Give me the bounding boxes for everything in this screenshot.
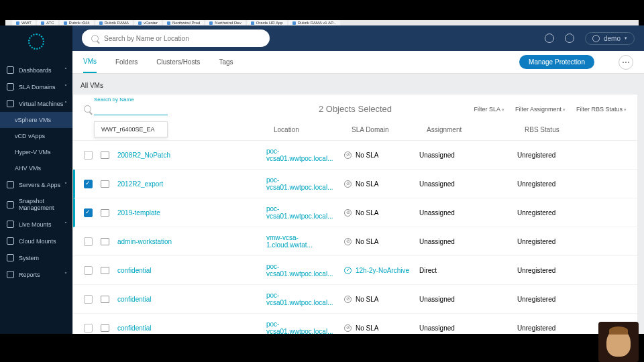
rbs-value: Unregistered: [517, 180, 627, 188]
tab-vms[interactable]: VMs: [83, 51, 97, 73]
row-checkbox[interactable]: [84, 180, 93, 188]
sla-value: No SLA: [356, 238, 378, 245]
row-checkbox[interactable]: [84, 324, 93, 333]
row-checkbox[interactable]: [84, 151, 93, 160]
browser-tab[interactable]: vCenter: [134, 20, 162, 25]
vm-name-link[interactable]: admin-workstation: [117, 238, 172, 245]
nav-icon: [7, 221, 14, 228]
name-search: Search by Name WWT_r6400SE_EA: [94, 103, 168, 115]
table-row: 2008R2_NoPatchpoc-vcsa01.wwtpoc.local...…: [73, 141, 637, 170]
nav-sub-ahv-vms[interactable]: AHV VMs: [0, 160, 72, 176]
sla-status-icon: ⊘: [344, 238, 352, 245]
row-checkbox[interactable]: [84, 208, 93, 217]
row-checkbox[interactable]: [84, 237, 93, 246]
table-row: confidentialpoc-vcsa01.wwtpoc.local...✓1…: [73, 256, 637, 285]
browser-tab[interactable]: WWT: [12, 20, 36, 25]
location-link[interactable]: poc-vcsa01.wwtpoc.local...: [266, 263, 333, 278]
vm-icon: [101, 180, 109, 188]
topbar: demo ▾: [72, 25, 644, 51]
browser-tab[interactable]: Northwind Dev: [205, 20, 245, 25]
nav-icon: [7, 83, 14, 90]
rbs-value: Unregistered: [517, 209, 627, 217]
sla-value: No SLA: [356, 152, 378, 159]
chevron-down-icon: ˅: [64, 67, 67, 73]
assignment-value: Unassigned: [419, 238, 517, 245]
nav-dashboards[interactable]: Dashboards˅: [0, 62, 72, 78]
assignment-value: Unassigned: [419, 152, 517, 159]
vm-table: Location SLA Domain Assignment RBS Statu…: [73, 119, 637, 334]
location-link[interactable]: poc-vcsa01.wwtpoc.local...: [266, 176, 333, 191]
vm-name-link[interactable]: 2008R2_NoPatch: [117, 152, 170, 159]
section-title: All VMs: [72, 80, 637, 95]
user-icon: [592, 35, 600, 42]
browser-tab[interactable]: Rubrik RAMA v1 AP...: [288, 20, 341, 25]
nav-cloud-mounts[interactable]: Cloud Mounts: [0, 233, 72, 249]
location-link[interactable]: poc-vcsa01.wwtpoc.local...: [266, 292, 333, 306]
chevron-up-icon: ˄: [64, 101, 67, 107]
browser-tab[interactable]: Oracle HR App: [247, 20, 287, 25]
sla-status-icon: ✓: [344, 267, 352, 274]
name-search-input[interactable]: [94, 105, 168, 115]
tab-tags[interactable]: Tags: [219, 52, 233, 72]
browser-tab[interactable]: Northwind Prod: [163, 20, 204, 25]
user-menu[interactable]: demo ▾: [585, 32, 635, 45]
filter-filter-sla[interactable]: Filter SLA: [474, 106, 504, 113]
tab-clustershosts[interactable]: Clusters/Hosts: [156, 52, 200, 72]
vm-name-link[interactable]: 2012R2_export: [117, 180, 163, 188]
location-link[interactable]: vmw-vcsa-1.cloud.wwtat...: [266, 234, 313, 249]
assignment-value: Unassigned: [419, 296, 517, 303]
col-assignment: Assignment: [427, 126, 525, 135]
vm-card: Search by Name WWT_r6400SE_EA 2 Objects …: [72, 95, 637, 334]
globe-icon[interactable]: [545, 34, 554, 43]
nav-servers-&-apps[interactable]: Servers & Apps˅: [0, 176, 72, 193]
vm-name-link[interactable]: confidential: [117, 324, 152, 332]
location-link[interactable]: poc-vcsa01.wwtpoc.local...: [266, 147, 333, 162]
nav-virtual-machines[interactable]: Virtual Machines˄: [0, 95, 72, 112]
nav-sub-vsphere-vms[interactable]: vSphere VMs: [0, 112, 72, 128]
nav-sla-domains[interactable]: SLA Domains˅: [0, 78, 72, 95]
sla-value: No SLA: [356, 209, 378, 217]
nav-reports[interactable]: Reports˅: [0, 266, 72, 283]
nav-live-mounts[interactable]: Live Mounts˅: [0, 216, 72, 233]
nav-icon: [7, 100, 14, 107]
more-button[interactable]: ⋯: [619, 55, 633, 70]
assignment-value: Unassigned: [419, 180, 517, 188]
rbs-value: Unregistered: [517, 267, 627, 274]
search-icon: [91, 35, 99, 42]
gear-icon[interactable]: [565, 34, 574, 43]
global-search-input[interactable]: [104, 35, 260, 42]
browser-tab[interactable]: ATC: [37, 20, 58, 25]
tab-folders[interactable]: Folders: [115, 52, 138, 72]
tabs-row: VMsFoldersClusters/HostsTagsManage Prote…: [72, 51, 644, 74]
table-row: confidentialpoc-vcsa01.wwtpoc.local...⊘N…: [73, 314, 637, 334]
table-row: confidentialpoc-vcsa01.wwtpoc.local...⊘N…: [73, 285, 637, 314]
assignment-value: Direct: [419, 267, 517, 274]
location-link[interactable]: poc-vcsa01.wwtpoc.local...: [266, 320, 333, 334]
filter-filter-rbs-status[interactable]: Filter RBS Status: [576, 106, 627, 113]
global-search[interactable]: [82, 29, 270, 47]
autocomplete-item[interactable]: WWT_r6400SE_EA: [94, 121, 168, 137]
sla-value[interactable]: 12h-2y-NoArchive: [356, 267, 409, 274]
browser-tab[interactable]: Rubrik r344: [60, 20, 94, 25]
nav-system[interactable]: System: [0, 249, 72, 266]
sla-value: No SLA: [356, 296, 378, 303]
manage-protection-button[interactable]: Manage Protection: [519, 55, 594, 69]
location-link[interactable]: poc-vcsa01.wwtpoc.local...: [266, 205, 333, 220]
vm-name-link[interactable]: confidential: [117, 296, 152, 303]
nav-icon: [7, 181, 14, 188]
vm-icon: [101, 296, 109, 303]
vm-name-link[interactable]: confidential: [117, 267, 152, 274]
topbar-right: demo ▾: [545, 32, 635, 45]
sla-value: No SLA: [356, 180, 378, 188]
row-checkbox[interactable]: [84, 266, 93, 275]
nav-icon: [7, 201, 14, 208]
nav-sub-vcd-vapps[interactable]: vCD vApps: [0, 128, 72, 144]
vm-name-link[interactable]: 2019-template: [117, 209, 160, 217]
logo: [0, 34, 72, 50]
row-checkbox[interactable]: [84, 295, 93, 304]
browser-tab[interactable]: Rubrik RAMA: [95, 20, 133, 25]
nav-snapshot-management[interactable]: Snapshot Management: [0, 193, 72, 216]
chevron-down-icon: ˅: [64, 272, 67, 278]
filter-filter-assignment[interactable]: Filter Assignment: [515, 106, 566, 113]
nav-sub-hyper-v-vms[interactable]: Hyper-V VMs: [0, 144, 72, 160]
